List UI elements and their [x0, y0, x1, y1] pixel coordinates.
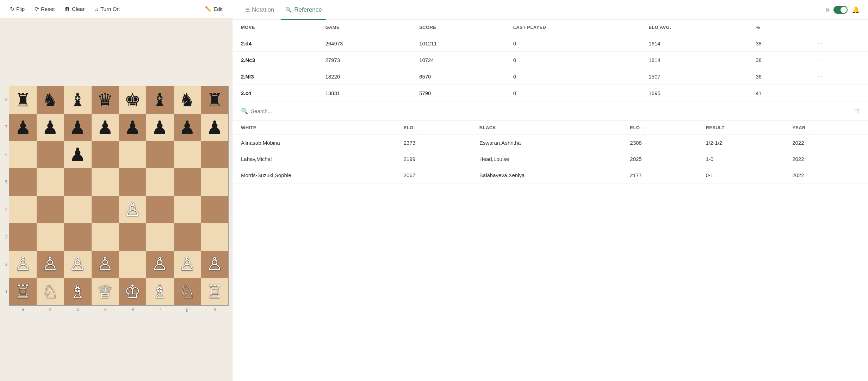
square-r3-c5[interactable] [119, 223, 146, 251]
square-r8-c2[interactable]: ♞ [37, 86, 64, 114]
list-item[interactable]: Morris-Suzuki,Sophie 2067 Balabayeva,Xen… [232, 167, 868, 183]
white-piece: ♖ [206, 282, 223, 301]
square-r6-c8[interactable] [201, 141, 229, 169]
square-r5-c3[interactable] [64, 168, 92, 196]
filter-icon[interactable]: ⊟ [854, 107, 860, 115]
square-r3-c6[interactable] [146, 223, 174, 251]
square-r1-c5[interactable]: ♔ [119, 278, 146, 305]
square-r7-c4[interactable]: ♟ [92, 114, 119, 141]
square-r3-c7[interactable] [174, 223, 201, 251]
square-r4-c6[interactable] [146, 196, 174, 223]
col-black-elo[interactable]: ELO ↓ [621, 121, 697, 135]
square-r6-c3[interactable]: ♟ [64, 141, 92, 169]
square-r4-c5[interactable]: ♙ [119, 196, 146, 223]
square-r8-c8[interactable]: ♜ [201, 86, 229, 114]
square-r3-c8[interactable] [201, 223, 229, 251]
square-r6-c6[interactable] [146, 141, 174, 169]
search-input[interactable] [251, 108, 850, 114]
reset-button[interactable]: ⟳ Reset [30, 4, 59, 14]
square-r2-c7[interactable]: ♙ [174, 251, 201, 278]
square-r2-c8[interactable]: ♙ [201, 251, 229, 278]
tab-notation[interactable]: ☰ Notation [241, 0, 278, 20]
square-r4-c7[interactable] [174, 196, 201, 223]
list-item[interactable]: Lahav,Michal 2199 Head,Louise 2025 1-0 2… [232, 151, 868, 167]
black-piece: ♜ [15, 91, 31, 109]
edit-button[interactable]: ✏️ Edit [201, 4, 227, 14]
table-row[interactable]: 2.Nf3 18220 6570 0 1507 36 ··· [232, 68, 868, 85]
square-r1-c4[interactable]: ♕ [92, 278, 119, 305]
square-r5-c6[interactable] [146, 168, 174, 196]
square-r6-c1[interactable] [9, 141, 37, 169]
year-cell: 2022 [784, 151, 868, 167]
square-r6-c2[interactable] [37, 141, 64, 169]
toggle-switch[interactable] [833, 6, 848, 14]
square-r5-c1[interactable] [9, 168, 37, 196]
square-r2-c4[interactable]: ♙ [92, 251, 119, 278]
square-r1-c7[interactable]: ♘ [174, 278, 201, 305]
square-r6-c7[interactable] [174, 141, 201, 169]
square-r7-c5[interactable]: ♟ [119, 114, 146, 141]
square-r7-c1[interactable]: ♟ [9, 114, 37, 141]
turnon-button[interactable]: ♫ Turn On [90, 4, 124, 14]
square-r4-c3[interactable] [64, 196, 92, 223]
square-r5-c5[interactable] [119, 168, 146, 196]
square-r8-c4[interactable]: ♛ [92, 86, 119, 114]
tab-reference[interactable]: 🔍 Reference [281, 0, 326, 20]
square-r8-c6[interactable]: ♝ [146, 86, 174, 114]
ellipsis-button[interactable]: ··· [818, 57, 822, 63]
square-r5-c4[interactable] [92, 168, 119, 196]
square-r8-c7[interactable]: ♞ [174, 86, 201, 114]
square-r3-c4[interactable] [92, 223, 119, 251]
square-r7-c3[interactable]: ♟ [64, 114, 92, 141]
flip-button[interactable]: ↻ Flip [6, 4, 29, 14]
square-r3-c3[interactable] [64, 223, 92, 251]
list-item[interactable]: Alinasab,Mobina 2373 Eswaran,Ashritha 23… [232, 135, 868, 151]
square-r5-c8[interactable] [201, 168, 229, 196]
square-r2-c3[interactable]: ♙ [64, 251, 92, 278]
square-r1-c3[interactable]: ♗ [64, 278, 92, 305]
ellipsis-button[interactable]: ··· [818, 90, 822, 96]
square-r4-c2[interactable] [37, 196, 64, 223]
square-r2-c5[interactable] [119, 251, 146, 278]
square-r2-c6[interactable]: ♙ [146, 251, 174, 278]
square-r8-c1[interactable]: ♜ [9, 86, 37, 114]
bell-icon[interactable]: 🔔 [852, 6, 860, 14]
square-r6-c4[interactable] [92, 141, 119, 169]
square-r3-c2[interactable] [37, 223, 64, 251]
square-r1-c8[interactable]: ♖ [201, 278, 229, 305]
square-r8-c5[interactable]: ♚ [119, 86, 146, 114]
square-r2-c2[interactable]: ♙ [37, 251, 64, 278]
square-r5-c7[interactable] [174, 168, 201, 196]
square-r5-c2[interactable] [37, 168, 64, 196]
square-r1-c6[interactable]: ♗ [146, 278, 174, 305]
ellipsis-button[interactable]: ··· [818, 40, 822, 46]
last-played-cell: 0 [505, 68, 640, 85]
square-r4-c1[interactable] [9, 196, 37, 223]
col-white-elo[interactable]: ELO ↓ [395, 121, 471, 135]
white-piece: ♙ [42, 255, 58, 273]
square-r7-c6[interactable]: ♟ [146, 114, 174, 141]
table-row[interactable]: 2.Nc3 27973 10724 0 1614 38 ··· [232, 52, 868, 68]
square-r4-c8[interactable] [201, 196, 229, 223]
table-row[interactable]: 2.d4 264973 101211 0 1614 38 ··· [232, 35, 868, 52]
square-r1-c2[interactable]: ♘ [37, 278, 64, 305]
square-r2-c1[interactable]: ♙ [9, 251, 37, 278]
table-row[interactable]: 2.c4 13831 5790 0 1695 41 ··· [232, 85, 868, 101]
clear-button[interactable]: 🗑 Clear [60, 4, 89, 14]
square-r7-c2[interactable]: ♟ [37, 114, 64, 141]
square-r6-c5[interactable] [119, 141, 146, 169]
square-r1-c1[interactable]: ♖ [9, 278, 37, 305]
square-r8-c3[interactable]: ♝ [64, 86, 92, 114]
move-cell: 2.Nc3 [232, 52, 317, 68]
square-r7-c8[interactable]: ♟ [201, 114, 229, 141]
reference-icon: 🔍 [285, 7, 292, 13]
square-r7-c7[interactable]: ♟ [174, 114, 201, 141]
square-r4-c4[interactable] [92, 196, 119, 223]
pct-cell: 38 [747, 35, 809, 52]
pct-cell: 36 [747, 68, 809, 85]
game-cell: 18220 [317, 68, 411, 85]
ellipsis-button[interactable]: ··· [818, 73, 822, 80]
search-input-wrapper: 🔍 [241, 108, 850, 114]
square-r3-c1[interactable] [9, 223, 37, 251]
col-year[interactable]: YEAR ↓ [784, 121, 868, 135]
